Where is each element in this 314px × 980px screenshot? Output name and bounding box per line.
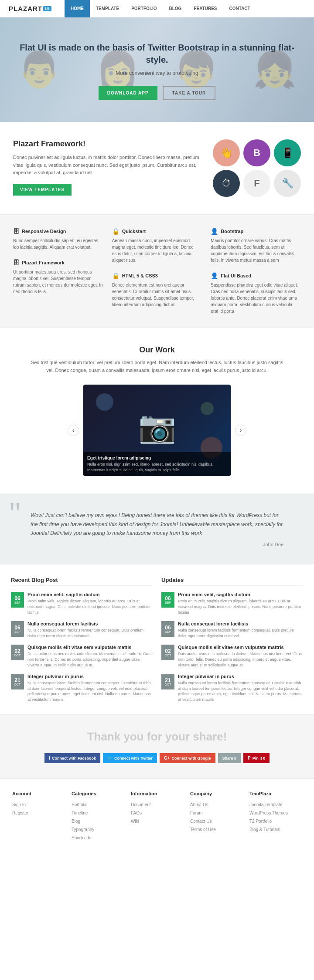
day-blog-4: 21 [14, 678, 20, 683]
nav-item-portfolio[interactable]: PORTFOLIO [125, 0, 163, 17]
nav-item-blog[interactable]: BLOG [163, 0, 188, 17]
framework-section: Plazart Framework! Donec pulvinar est ac… [0, 122, 314, 214]
carousel-container: ‹ 📷 Eget tristique lorem adipiscing Null… [83, 385, 231, 476]
date-badge-upd-1: 06 SEP [161, 592, 174, 608]
footer-link-contactus[interactable]: Contact Us [190, 817, 242, 825]
nav-link-features[interactable]: FEATURES [188, 0, 223, 17]
day-blog-3: 02 [14, 649, 20, 654]
footer-link-timeline[interactable]: Timeline [72, 809, 124, 817]
feature-responsive: 🗄 Responsive Design Nunc semper sollicit… [13, 228, 103, 250]
blog-post-4: 21 OCT Integer pulvinar in purus Nulla c… [11, 674, 153, 702]
footer-link-aboutus[interactable]: About Us [190, 801, 242, 809]
footer-col-templaza: TemPlaza Joomla Template WordPress Theme… [249, 791, 302, 842]
framework-icons-container: 👋 B 📱 ⏱ F 🔧 [213, 139, 301, 197]
footer-col-categories-list: Portfolio Timeline Blog Typography Short… [72, 801, 124, 842]
framework-icon-clock: ⏱ [213, 170, 240, 197]
nav-item-home[interactable]: HOME [65, 0, 90, 17]
footer-link-forum[interactable]: Forum [190, 809, 242, 817]
month-upd-4: OCT [165, 683, 171, 686]
feature-html5: 🔒 HTML 5 & CSS3 Donec elementum est non … [112, 272, 202, 308]
carousel-prev-button[interactable]: ‹ [68, 425, 79, 436]
nav-link-home[interactable]: HOME [65, 0, 90, 17]
carousel-caption-title: Eget tristique lorem adipiscing [87, 456, 227, 460]
nav-link-template[interactable]: TEMPLATE [90, 0, 125, 17]
nav-link-blog[interactable]: BLOG [163, 0, 188, 17]
hero-buttons: DOWNLOAD APP TAKE A TOUR [17, 86, 297, 100]
feature-bootstrap-text: Mauris porttitor ornare varius. Cras mat… [211, 237, 301, 264]
footer-link-joomla-template[interactable]: Joomla Template [249, 801, 302, 809]
day-upd-4: 21 [165, 678, 171, 683]
feature-quickstart: 🔒 Quickstart Aenean massa nunc, imperdie… [112, 228, 202, 264]
carousel-caption-text: Nulla eros nisi, dignissim sed, libero l… [87, 462, 227, 473]
footer-link-faqs[interactable]: FAQs [131, 809, 183, 817]
post-text-3: Duis auctor risus nec malesuada dictum. … [27, 651, 153, 668]
hero-subtext: More convenient way to prototyping [17, 70, 297, 76]
thankyou-title: Thank you for your share! [15, 730, 299, 743]
footer-col-information-title: Information [131, 791, 183, 796]
hero-people: 👨👩👦👧 [0, 17, 314, 122]
nav-link-portfolio[interactable]: PORTFOLIO [125, 0, 163, 17]
post-text-2: Nulla consequat lorem facilisis fermentu… [27, 628, 153, 639]
update-text-1: Proin enim velit, sagittis dictum aliqua… [178, 598, 303, 615]
footer-link-document[interactable]: Document [131, 801, 183, 809]
post-title-4: Integer pulvinar in purus [27, 674, 153, 679]
updates-title: Updates [161, 577, 303, 586]
framework-text: Plazart Framework! Donec pulvinar est ac… [13, 139, 204, 196]
footer-link-wordpress-themes[interactable]: WordPress Themes [249, 809, 302, 817]
day-upd-3: 02 [165, 649, 171, 654]
date-badge-blog-4: 21 OCT [11, 674, 24, 689]
footer-link-termsofuse[interactable]: Terms of Use [190, 825, 242, 834]
footer-cols: Account Sign In Register Categories Port… [12, 791, 302, 842]
footer-link-shortcode[interactable]: Shortcode [72, 834, 124, 842]
post-text-1: Proin enim velit, sagittis dictum aliqua… [27, 598, 153, 615]
feature-flatui-text: Suspendisse pharetra eget odio vitae ali… [211, 282, 301, 314]
footer-col-company-title: Company [190, 791, 242, 796]
footer-link-signin[interactable]: Sign In [12, 801, 65, 809]
share-button[interactable]: Share 0 [218, 753, 241, 763]
framework-title: Plazart Framework! [13, 139, 204, 149]
framework-icons-row-1: 👋 B 📱 [213, 139, 301, 166]
nav-item-features[interactable]: FEATURES [188, 0, 223, 17]
person2-icon: 👤 [211, 272, 218, 279]
view-templates-button[interactable]: VIEW TEMPLATES [13, 184, 72, 196]
features-col-1: 🗄 Responsive Design Nunc semper sollicit… [13, 228, 103, 314]
thankyou-section: Thank you for your share! f Connect with… [0, 714, 314, 778]
day-upd-2: 06 [165, 625, 171, 630]
feature-html5-text: Donec elementum est non orci auctor vene… [112, 282, 202, 308]
download-app-button[interactable]: DOWNLOAD APP [99, 86, 157, 100]
footer-link-typography[interactable]: Typography [72, 825, 124, 834]
footer-link-portfolio[interactable]: Portfolio [72, 801, 124, 809]
month-upd-2: SEP [165, 630, 171, 633]
date-badge-upd-3: 02 OCT [161, 645, 174, 660]
footer-link-register[interactable]: Register [12, 809, 65, 817]
testimonial-section: " Wow! Just can't believe my own eyes ! … [0, 493, 314, 564]
post-title-1: Proin enim velit, sagittis dictum [27, 592, 153, 597]
pinterest-button[interactable]: P Pin It 0 [243, 753, 270, 763]
blog-post-2: 06 SEP Nulla consequat lorem facilisis N… [11, 621, 153, 639]
nav-item-template[interactable]: TEMPLATE [90, 0, 125, 17]
footer-link-wiki[interactable]: Wiki [131, 817, 183, 825]
social-buttons: f Connect with Facebook 🐦 Connect with T… [15, 753, 299, 763]
google-button[interactable]: G+ Connect with Google [160, 753, 215, 763]
footer-link-blog-tutorials[interactable]: Blog & Tutorials [249, 825, 302, 834]
framework-icon-bootstrap: B [243, 139, 270, 166]
day-blog-2: 06 [14, 625, 20, 630]
carousel-next-button[interactable]: › [235, 425, 246, 436]
feature-flatui: 👤 Flat UI Based Suspendisse pharetra ege… [211, 272, 301, 314]
nav-item-contact[interactable]: CONTACT [223, 0, 256, 17]
facebook-icon: f [49, 756, 50, 760]
nav-link-contact[interactable]: CONTACT [223, 0, 256, 17]
twitter-button[interactable]: 🐦 Connect with Twitter [103, 753, 157, 763]
facebook-button[interactable]: f Connect with Facebook [44, 753, 100, 763]
take-tour-button[interactable]: TAKE A TOUR [163, 86, 216, 100]
month-upd-1: SEP [165, 601, 171, 604]
features-col-3: 👤 Bootstrap Mauris porttitor ornare vari… [211, 228, 301, 314]
post-content-3: Quisque mollis elit vitae sem vulputate … [27, 645, 153, 668]
lock2-icon: 🔒 [112, 272, 119, 279]
post-title-2: Nulla consequat lorem facilisis [27, 621, 153, 626]
update-post-1: 06 SEP Proin enim velit, sagittis dictum… [161, 592, 303, 615]
navbar-brand[interactable]: PLAZARTUI [9, 5, 51, 12]
footer-link-blog[interactable]: Blog [72, 817, 124, 825]
month-blog-3: OCT [14, 654, 21, 657]
footer-link-t2-portfolio[interactable]: T2 Portfolio [249, 817, 302, 825]
